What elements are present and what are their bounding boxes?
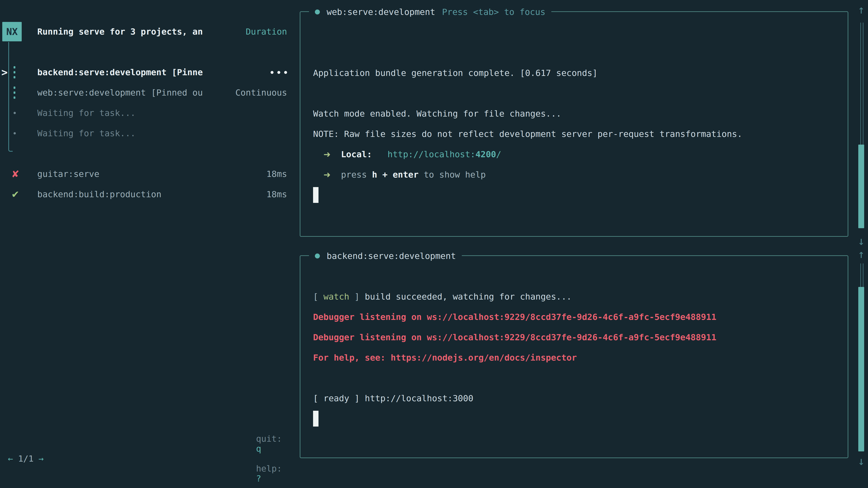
scrollbar-thumb[interactable] [858,287,864,451]
terminal-line [313,409,318,429]
task-name: backend:serve:development [Pinne [37,67,203,77]
sidebar-footer: ← 1/1 → quit: q help: ? [8,449,287,469]
success-check-icon: ✔ [11,189,19,200]
help-hint-label: help: [256,464,287,474]
failed-icon: ✘ [11,168,19,180]
terminal-line: For help, see: https://nodejs.org/en/doc… [313,348,577,368]
terminal-line: NOTE: Raw file sizes do not reflect deve… [313,124,742,144]
output-panel-backend-serve[interactable]: backend:serve:development [ watch ] buil… [300,255,848,458]
terminal-line: Debugger listening on ws://localhost:922… [313,307,716,327]
task-duration: 18ms [266,189,287,199]
task-name: Waiting for task... [37,128,135,138]
task-duration: 18ms [266,169,287,179]
task-bullet-icon [315,254,320,258]
localhost-4200-link[interactable]: http://localhost: [388,149,475,159]
focus-hint: Press <tab> to focus [442,7,546,17]
waiting-dot-icon [13,112,16,114]
watch-tag: watch [323,292,349,302]
duration-column-header: Duration [246,27,287,37]
page-prev-icon[interactable]: ← [8,454,13,464]
scrollbar-track[interactable] [860,23,864,144]
panel-task-name: backend:serve:development [327,251,456,261]
task-status-label: Continuous [235,88,287,98]
panel-title: web:serve:development Press <tab> to foc… [309,4,551,20]
scrollbar-track[interactable] [860,263,864,287]
task-row-waiting-1[interactable]: Waiting for task... [0,103,287,123]
terminal-line: Debugger listening on ws://localhost:922… [313,327,716,348]
watch-mode-text: Watch mode enabled. Watching for file ch… [313,109,561,119]
spinner-icon [13,87,16,99]
task-row-web-serve[interactable]: web:serve:development [Pinned ou Continu… [0,83,287,103]
task-bullet-icon [315,9,320,14]
task-name: web:serve:development [Pinned ou [37,88,203,98]
task-row-waiting-2[interactable]: Waiting for task... [0,123,287,143]
help-key: ? [256,474,261,484]
task-row-backend-serve[interactable]: > backend:serve:development [Pinne [0,62,287,83]
terminal-cursor [313,411,318,427]
scroll-up-icon[interactable]: ↑ [855,2,868,18]
scroll-up-icon[interactable]: ↑ [855,246,868,262]
show-help-text: to show help [418,170,486,180]
page-indicator: 1/1 [18,454,34,464]
scrollbar-thumb[interactable] [858,144,864,228]
terminal-cursor [313,187,318,203]
scroll-down-icon[interactable]: ↓ [855,453,868,469]
nx-tui-screen: NX Running serve for 3 projects, an Dura… [0,0,868,488]
panel-task-name: web:serve:development [327,7,435,17]
terminal-line: Watch mode enabled. Watching for file ch… [313,103,561,124]
inspector-help-text: For help, see: https://nodejs.org/en/doc… [313,353,577,363]
prompt-arrow-icon: ➜ [323,170,331,180]
localhost-4200-slash[interactable]: / [496,149,501,159]
key-combo-text: h + enter [372,170,418,180]
waiting-dot-icon [13,132,16,134]
task-name: guitar:serve [37,169,99,179]
pagination: ← 1/1 → [8,454,43,464]
local-label: Local: [341,149,372,159]
task-row-guitar-serve[interactable]: ✘ guitar:serve 18ms [0,164,287,184]
quit-key: q [256,444,261,454]
hint-spacer [256,454,267,464]
terminal-line-local-url: ➜ Local: http://localhost: 4200 / [313,144,501,164]
page-next-icon[interactable]: → [39,454,44,464]
task-row-backend-build[interactable]: ✔ backend:build:production 18ms [0,184,287,204]
quit-hint-label: quit: [256,434,287,444]
panel-title: backend:serve:development [309,248,462,264]
prompt-arrow-icon: ➜ [323,149,331,159]
debugger-listening-text: Debugger listening on ws://localhost:922… [313,312,716,322]
indent [313,149,323,159]
localhost-4200-port[interactable]: 4200 [475,149,496,159]
indent [313,170,323,180]
task-name: backend:build:production [37,189,161,199]
bracket-open: [ [313,292,323,302]
task-list-header: Running serve for 3 projects, an Duratio… [0,22,287,42]
terminal-line: Application bundle generation complete. … [313,63,597,83]
terminal-line [313,185,318,205]
task-name: Waiting for task... [37,108,135,118]
running-ellipsis-icon [271,71,287,74]
gap [331,170,341,180]
spinner-icon [13,66,16,78]
keyboard-hints: quit: q help: ? [225,424,287,488]
note-text: NOTE: Raw file sizes do not reflect deve… [313,129,742,139]
ready-localhost-3000-text[interactable]: [ ready ] http://localhost:3000 [313,393,473,403]
terminal-line: [ ready ] http://localhost:3000 [313,388,473,409]
build-succeeded-text: build succeeded, watching for changes... [365,292,572,302]
gap [372,149,388,159]
selection-caret-icon: > [1,66,8,78]
bracket-close: ] [349,292,365,302]
bundle-complete-text: Application bundle generation complete. … [313,68,597,78]
terminal-line-watch: [ watch ] build succeeded, watching for … [313,287,572,307]
terminal-line-help-hint: ➜ press h + enter to show help [313,164,486,185]
press-text: press [341,170,372,180]
debugger-listening-text: Debugger listening on ws://localhost:922… [313,332,716,342]
task-list-title: Running serve for 3 projects, an [37,27,203,37]
gap [331,149,341,159]
output-panel-web-serve[interactable]: web:serve:development Press <tab> to foc… [300,11,848,237]
